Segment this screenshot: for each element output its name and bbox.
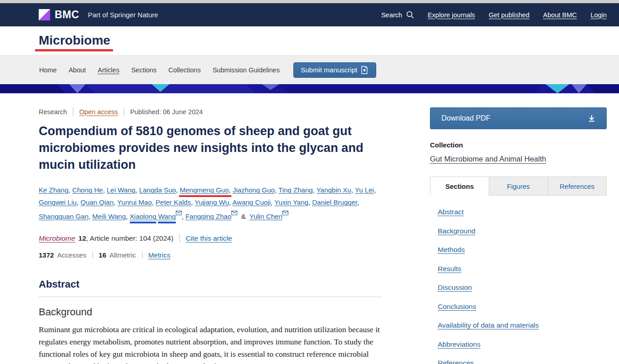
download-pdf-button[interactable]: Download PDF [430, 107, 607, 129]
abstract-heading: Abstract [39, 278, 382, 290]
collection-link[interactable]: Gut Microbiome and Animal Health [430, 155, 546, 163]
author-list: Ke Zhang, Chong He, Lei Wang, Langda Suo… [39, 184, 382, 222]
metrics-link[interactable]: Metrics [148, 251, 170, 259]
altmetric-count: 16 [99, 251, 107, 259]
citation-line: Microbiome 12 , Article number: 104 (202… [39, 234, 382, 243]
journal-nav-sections[interactable]: Sections [125, 64, 163, 76]
journal-nav: Home About Articles Sections Collections… [0, 55, 619, 84]
download-pdf-label: Download PDF [441, 114, 588, 122]
journal-banner-graphic [0, 84, 619, 93]
author-link[interactable]: Xiaolong Wang [130, 212, 176, 220]
section-link-abstract[interactable]: Abstract [438, 208, 464, 216]
submit-manuscript-label: Submit manuscript [301, 66, 357, 74]
section-link-results[interactable]: Results [438, 265, 461, 273]
collection-label: Collection [430, 141, 607, 149]
tab-references[interactable]: References [548, 177, 607, 196]
section-link-discussion[interactable]: Discussion [438, 283, 472, 292]
author-link[interactable]: Yangbin Xu [317, 186, 351, 194]
metrics-divider [142, 251, 143, 259]
article-sidebar: Download PDF Collection Gut Microbiome a… [430, 107, 607, 364]
article-type: Research [39, 108, 67, 116]
cite-divider [179, 234, 180, 243]
journal-name-link[interactable]: Microbiome [39, 234, 75, 243]
search-label: Search [381, 11, 402, 19]
metrics-line: 1372 Accesses 16 Altmetric Metrics [39, 251, 382, 259]
author-link[interactable]: Awang Cuoji [232, 198, 271, 206]
meta-divider [124, 107, 124, 116]
author-link[interactable]: Shangquan Gan [39, 212, 88, 220]
journal-nav-submission-guidelines[interactable]: Submission Guidelines [207, 64, 286, 76]
accesses-label: Accesses [57, 251, 86, 259]
header-nav: Search Explore journals Get published Ab… [381, 11, 607, 19]
journal-nav-collections[interactable]: Collections [163, 64, 207, 76]
browser-chrome-strip [0, 0, 619, 3]
author-link[interactable]: Gongwei Liu [39, 198, 77, 206]
email-author-icon[interactable] [282, 211, 288, 217]
author-link[interactable]: Jiazhong Guo [233, 186, 275, 194]
author-link[interactable]: Yulin Chen [249, 212, 282, 220]
author-link[interactable]: Langda Suo [139, 186, 176, 194]
bmc-logo-text: BMC [55, 9, 79, 21]
journal-nav-articles[interactable]: Articles [92, 64, 126, 76]
author-link[interactable]: Yuxin Yang [274, 198, 308, 206]
section-link-conclusions[interactable]: Conclusions [438, 303, 476, 311]
submit-manuscript-button[interactable]: Submit manuscript [293, 62, 376, 78]
header-link-get-published[interactable]: Get published [489, 11, 529, 19]
header-link-login[interactable]: Login [591, 11, 607, 19]
article-main-column: Research Open access Published: 06 June … [39, 107, 382, 364]
header-link-explore-journals[interactable]: Explore journals [428, 11, 475, 19]
section-link-abbreviations[interactable]: Abbreviations [438, 340, 481, 349]
logo-tagline: Part of Springer Nature [88, 11, 158, 19]
tab-sections[interactable]: Sections [430, 177, 489, 196]
cite-this-article-link[interactable]: Cite this article [186, 234, 232, 243]
published-date: Published: 06 June 2024 [130, 108, 203, 116]
annotated-word: Wang [158, 212, 176, 220]
metrics-divider [92, 251, 93, 259]
submit-manuscript-icon [361, 66, 369, 74]
journal-title-bar: Microbiome [0, 26, 619, 55]
section-link-background[interactable]: Background [438, 227, 476, 235]
section-link-availability[interactable]: Availability of data and materials [438, 321, 539, 329]
author-link[interactable]: Chong He [72, 186, 103, 194]
annotated-word: Xiaolong [130, 212, 156, 220]
section-link-methods[interactable]: Methods [438, 246, 465, 254]
author-link[interactable]: Meili Wang [92, 212, 126, 220]
section-link-references[interactable]: References [438, 359, 474, 364]
author-link[interactable]: Yunrui Mao [117, 198, 152, 206]
author-link[interactable]: Yujiang Wu [194, 198, 229, 206]
author-link[interactable]: Ke Zhang [39, 186, 68, 194]
volume-number: 12 [78, 234, 86, 243]
bmc-logo[interactable]: BMC Part of Springer Nature [39, 9, 158, 21]
abstract-background-subheading: Background [39, 306, 382, 318]
email-author-icon[interactable] [231, 211, 237, 217]
altmetric-label: Altmetric [109, 251, 136, 259]
page-content: Research Open access Published: 06 June … [0, 93, 619, 364]
author-link[interactable]: Fangqing Zhao [185, 212, 231, 220]
download-icon [588, 115, 595, 122]
author-link[interactable]: Peter Kalds [156, 198, 191, 206]
open-access-link[interactable]: Open access [79, 108, 118, 116]
journal-nav-home[interactable]: Home [33, 64, 63, 76]
author-link[interactable]: Mengmeng Guo [180, 186, 229, 194]
author-link[interactable]: Lei Wang [107, 186, 135, 194]
journal-title-link[interactable]: Microbiome [39, 33, 110, 51]
meta-divider [73, 107, 73, 116]
search-icon [406, 11, 414, 19]
author-link[interactable]: Daniel Brugger [312, 198, 357, 206]
sidebar-tabs: Sections Figures References [430, 177, 607, 196]
author-link[interactable]: Ting Zhang [278, 186, 312, 194]
author-link[interactable]: Quan Qian [81, 198, 114, 206]
abstract-divider [39, 297, 382, 297]
header-link-about-bmc[interactable]: About BMC [543, 11, 577, 19]
article-meta: Research Open access Published: 06 June … [39, 107, 382, 116]
accesses-count: 1372 [39, 251, 54, 259]
tab-figures[interactable]: Figures [489, 177, 548, 196]
abstract-background-paragraph: Ruminant gut microbiota are critical in … [39, 324, 382, 364]
search-link[interactable]: Search [381, 11, 414, 19]
email-author-icon[interactable] [176, 211, 182, 217]
journal-nav-about[interactable]: About [63, 64, 92, 76]
author-link[interactable]: Yu Lei [355, 186, 374, 194]
article-title: Compendium of 5810 genomes of sheep and … [39, 123, 380, 173]
site-header: BMC Part of Springer Nature Search Explo… [0, 3, 619, 26]
bmc-logo-icon [39, 9, 50, 20]
